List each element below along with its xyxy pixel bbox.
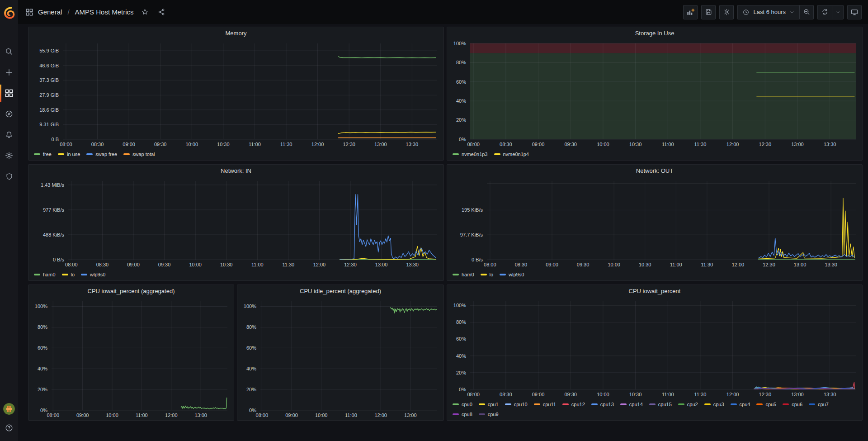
dashboard-settings-button[interactable] xyxy=(719,5,734,19)
sidebar-item-explore[interactable] xyxy=(0,104,18,124)
chart-memory[interactable]: 55.9 GiB46.6 GiB37.3 GiB27.9 GiB18.6 GiB… xyxy=(28,40,443,147)
breadcrumb-dashboard-title[interactable]: AMPS Host Metrics xyxy=(75,8,134,16)
svg-text:12:30: 12:30 xyxy=(759,142,772,147)
svg-text:10:00: 10:00 xyxy=(315,413,328,418)
panel-storage: Storage In Use100%80%60%40%20%0%08:0008:… xyxy=(447,27,863,161)
legend-item-cpu5[interactable]: cpu5 xyxy=(756,399,776,409)
avatar-image xyxy=(3,403,15,415)
legend-label: cpu6 xyxy=(792,399,802,409)
user-avatar[interactable] xyxy=(3,403,15,415)
zoom-out-button[interactable] xyxy=(799,5,814,19)
legend-item-nvme0n1p4[interactable]: nvme0n1p4 xyxy=(494,149,529,159)
chart-cpu_iowait_agg[interactable]: 100%80%60%40%20%0%08:0009:0010:0011:0012… xyxy=(28,298,234,418)
legend-cpu_iowait_all: cpu0cpu1cpu10cpu11cpu12cpu13cpu14cpu15cp… xyxy=(453,399,845,419)
star-icon[interactable] xyxy=(141,8,149,16)
legend-swatch xyxy=(479,413,485,415)
legend-item-cpu14[interactable]: cpu14 xyxy=(620,399,643,409)
legend-item-cpu0[interactable]: cpu0 xyxy=(453,399,472,409)
save-dashboard-button[interactable] xyxy=(701,5,716,19)
legend-item-cpu1[interactable]: cpu1 xyxy=(479,399,499,409)
svg-text:10:00: 10:00 xyxy=(186,142,198,147)
refresh-interval-dropdown[interactable] xyxy=(832,5,844,19)
legend-label: ham0 xyxy=(43,270,56,280)
sidebar-item-create[interactable] xyxy=(0,62,18,83)
refresh-controls xyxy=(817,5,844,19)
sidebar-item-alerting[interactable] xyxy=(0,124,18,145)
legend-label: ham0 xyxy=(462,270,474,280)
plus-icon xyxy=(5,68,14,77)
legend-item-cpu10[interactable]: cpu10 xyxy=(505,399,528,409)
legend-item-nvme0n1p3[interactable]: nvme0n1p3 xyxy=(453,149,488,159)
panel-title-storage[interactable]: Storage In Use xyxy=(447,27,862,40)
chart-cpu_idle_agg[interactable]: 100%80%60%40%20%0%08:0009:0010:0011:0012… xyxy=(237,298,443,418)
legend-item-cpu3[interactable]: cpu3 xyxy=(704,399,724,409)
legend-item-lo[interactable]: lo xyxy=(481,270,494,280)
grafana-logo[interactable] xyxy=(0,0,18,24)
panel-title-cpu_iowait_agg[interactable]: CPU iowait_percent (aggregated) xyxy=(28,285,234,298)
legend-item-cpu6[interactable]: cpu6 xyxy=(783,399,802,409)
legend-item-ham0[interactable]: ham0 xyxy=(34,270,56,280)
panel-title-memory[interactable]: Memory xyxy=(28,27,443,40)
svg-text:0 B/s: 0 B/s xyxy=(472,257,483,262)
chart-net_out[interactable]: 195 KiB/s97.7 KiB/s0 B/s08:0008:3009:000… xyxy=(447,177,862,268)
svg-text:977 KiB/s: 977 KiB/s xyxy=(43,207,65,213)
svg-text:10:30: 10:30 xyxy=(217,142,230,147)
legend-item-wlp9s0[interactable]: wlp9s0 xyxy=(500,270,524,280)
svg-text:100%: 100% xyxy=(453,41,466,46)
legend-item-cpu15[interactable]: cpu15 xyxy=(649,399,672,409)
chart-storage[interactable]: 100%80%60%40%20%0%08:0008:3009:0009:3010… xyxy=(447,40,862,147)
time-range-picker[interactable]: Last 6 hours xyxy=(737,5,799,19)
legend-item-free[interactable]: free xyxy=(34,149,52,159)
legend-item-lo[interactable]: lo xyxy=(62,270,75,280)
svg-text:11:30: 11:30 xyxy=(282,262,294,267)
panel-title-cpu_iowait_all[interactable]: CPU iowait_percent xyxy=(447,285,862,298)
panel-title-cpu_idle_agg[interactable]: CPU idle_percent (aggregated) xyxy=(237,285,443,298)
panel-cpu_iowait_agg: CPU iowait_percent (aggregated)100%80%60… xyxy=(28,285,234,421)
legend-item-cpu8[interactable]: cpu8 xyxy=(453,409,472,419)
legend-label: cpu3 xyxy=(713,399,724,409)
legend-item-wlp9s0[interactable]: wlp9s0 xyxy=(81,270,105,280)
svg-text:60%: 60% xyxy=(38,345,47,351)
refresh-button[interactable] xyxy=(817,5,832,19)
svg-text:195 KiB/s: 195 KiB/s xyxy=(462,207,483,213)
svg-text:11:30: 11:30 xyxy=(694,392,707,397)
gear-icon xyxy=(5,151,14,160)
legend-item-cpu12[interactable]: cpu12 xyxy=(562,399,585,409)
navbar: General / AMPS Host Metrics xyxy=(0,0,868,24)
sidebar-item-dashboards[interactable] xyxy=(0,83,18,104)
chevron-down-icon xyxy=(835,9,840,15)
sidebar-item-server-admin[interactable] xyxy=(0,166,18,187)
panel-title-net_in[interactable]: Network: IN xyxy=(28,165,443,177)
breadcrumb-folder[interactable]: General xyxy=(38,8,62,16)
svg-text:13:30: 13:30 xyxy=(825,262,837,267)
chart-net_in[interactable]: 1.43 MiB/s977 KiB/s488 KiB/s0 B/s08:0008… xyxy=(28,177,443,268)
legend-item-in-use[interactable]: in use xyxy=(58,149,80,159)
legend-swatch xyxy=(620,403,627,405)
svg-text:60%: 60% xyxy=(246,345,256,351)
svg-text:80%: 80% xyxy=(456,319,466,325)
add-panel-button[interactable] xyxy=(683,5,698,19)
sidebar-item-configuration[interactable] xyxy=(0,145,18,166)
legend-item-ham0[interactable]: ham0 xyxy=(453,270,474,280)
legend-item-cpu11[interactable]: cpu11 xyxy=(534,399,556,409)
svg-text:13:30: 13:30 xyxy=(824,392,836,397)
legend-label: cpu10 xyxy=(514,399,528,409)
sidebar-item-help[interactable] xyxy=(0,421,18,435)
svg-text:09:00: 09:00 xyxy=(127,262,140,267)
svg-text:09:30: 09:30 xyxy=(577,262,590,267)
legend-item-cpu9[interactable]: cpu9 xyxy=(479,409,499,419)
legend-item-cpu13[interactable]: cpu13 xyxy=(591,399,614,409)
panel-title-net_out[interactable]: Network: OUT xyxy=(447,165,862,177)
legend-label: nvme0n1p3 xyxy=(462,149,488,159)
share-icon[interactable] xyxy=(158,8,165,16)
tv-mode-button[interactable] xyxy=(847,5,862,19)
legend-item-cpu4[interactable]: cpu4 xyxy=(731,399,750,409)
legend-item-swap-total[interactable]: swap total xyxy=(123,149,155,159)
chart-cpu_iowait_all[interactable]: 100%80%60%40%20%0%08:0008:3009:0009:3010… xyxy=(447,298,862,398)
sidebar-item-search[interactable] xyxy=(0,41,18,62)
panel-cpu_idle_agg: CPU idle_percent (aggregated)100%80%60%4… xyxy=(237,285,444,421)
legend-item-cpu2[interactable]: cpu2 xyxy=(678,399,698,409)
svg-text:11:00: 11:00 xyxy=(670,262,682,267)
legend-item-cpu7[interactable]: cpu7 xyxy=(809,399,829,409)
legend-item-swap-free[interactable]: swap free xyxy=(86,149,117,159)
